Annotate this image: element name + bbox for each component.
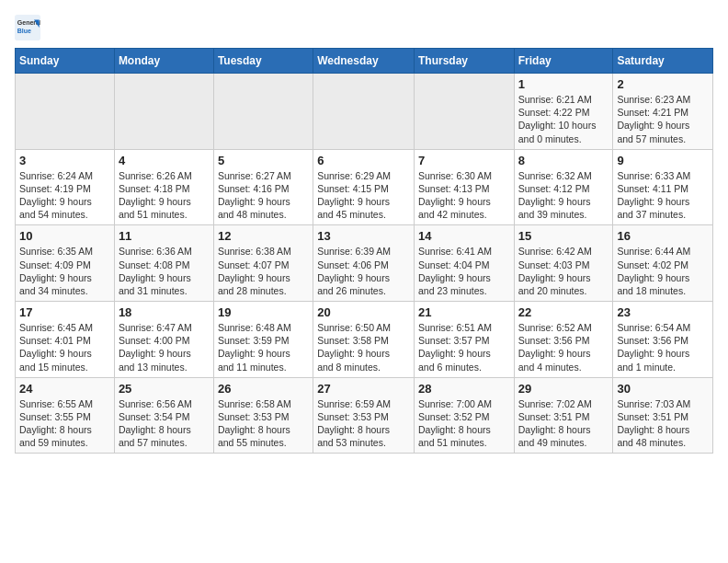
day-info: Sunrise: 6:41 AM Sunset: 4:04 PM Dayligh… [418, 245, 510, 297]
day-info: Sunrise: 6:42 AM Sunset: 4:03 PM Dayligh… [518, 245, 609, 297]
header-thursday: Thursday [414, 49, 514, 74]
day-cell: 9Sunrise: 6:33 AM Sunset: 4:11 PM Daylig… [613, 149, 713, 225]
day-cell: 15Sunrise: 6:42 AM Sunset: 4:03 PM Dayli… [514, 225, 613, 302]
day-cell: 28Sunrise: 7:00 AM Sunset: 3:52 PM Dayli… [414, 377, 514, 454]
day-number: 27 [317, 382, 410, 396]
day-info: Sunrise: 6:33 AM Sunset: 4:11 PM Dayligh… [617, 169, 709, 222]
day-cell [114, 74, 213, 150]
day-info: Sunrise: 6:56 AM Sunset: 3:54 PM Dayligh… [119, 397, 210, 450]
logo-icon: General Blue [15, 15, 40, 40]
day-number: 7 [418, 154, 510, 167]
day-cell: 11Sunrise: 6:36 AM Sunset: 4:08 PM Dayli… [114, 225, 213, 302]
day-number: 12 [218, 229, 309, 243]
header-row: SundayMondayTuesdayWednesdayThursdayFrid… [16, 49, 713, 74]
day-cell: 3Sunrise: 6:24 AM Sunset: 4:19 PM Daylig… [16, 149, 115, 225]
day-info: Sunrise: 7:00 AM Sunset: 3:52 PM Dayligh… [418, 397, 510, 450]
day-cell: 13Sunrise: 6:39 AM Sunset: 4:06 PM Dayli… [313, 225, 415, 302]
day-info: Sunrise: 6:54 AM Sunset: 3:56 PM Dayligh… [617, 321, 709, 373]
week-row-0: 1Sunrise: 6:21 AM Sunset: 4:22 PM Daylig… [16, 74, 713, 150]
day-cell: 17Sunrise: 6:45 AM Sunset: 4:01 PM Dayli… [16, 302, 115, 378]
day-info: Sunrise: 6:52 AM Sunset: 3:56 PM Dayligh… [518, 321, 609, 373]
day-info: Sunrise: 6:26 AM Sunset: 4:18 PM Dayligh… [119, 169, 210, 222]
day-cell: 19Sunrise: 6:48 AM Sunset: 3:59 PM Dayli… [213, 302, 313, 378]
day-number: 11 [119, 229, 210, 243]
day-number: 10 [19, 229, 110, 243]
day-cell: 26Sunrise: 6:58 AM Sunset: 3:53 PM Dayli… [213, 377, 313, 454]
day-cell [414, 74, 514, 150]
day-cell: 16Sunrise: 6:44 AM Sunset: 4:02 PM Dayli… [613, 225, 713, 302]
day-number: 8 [518, 154, 609, 167]
day-cell: 12Sunrise: 6:38 AM Sunset: 4:07 PM Dayli… [213, 225, 313, 302]
page-container: General Blue SundayMondayTuesdayWednesda… [15, 15, 713, 454]
day-info: Sunrise: 6:24 AM Sunset: 4:19 PM Dayligh… [19, 169, 110, 222]
day-cell: 10Sunrise: 6:35 AM Sunset: 4:09 PM Dayli… [16, 225, 115, 302]
day-cell: 20Sunrise: 6:50 AM Sunset: 3:58 PM Dayli… [313, 302, 415, 378]
day-number: 16 [617, 229, 709, 243]
day-info: Sunrise: 6:21 AM Sunset: 4:22 PM Dayligh… [518, 93, 609, 145]
week-row-1: 3Sunrise: 6:24 AM Sunset: 4:19 PM Daylig… [16, 149, 713, 225]
day-cell: 23Sunrise: 6:54 AM Sunset: 3:56 PM Dayli… [613, 302, 713, 378]
header-monday: Monday [114, 49, 213, 74]
day-number: 29 [518, 382, 609, 396]
header-saturday: Saturday [613, 49, 713, 74]
week-row-3: 17Sunrise: 6:45 AM Sunset: 4:01 PM Dayli… [16, 302, 713, 378]
day-cell: 30Sunrise: 7:03 AM Sunset: 3:51 PM Dayli… [613, 377, 713, 454]
day-info: Sunrise: 6:27 AM Sunset: 4:16 PM Dayligh… [218, 169, 309, 222]
day-number: 17 [19, 305, 110, 319]
week-row-2: 10Sunrise: 6:35 AM Sunset: 4:09 PM Dayli… [16, 225, 713, 302]
day-info: Sunrise: 6:44 AM Sunset: 4:02 PM Dayligh… [617, 245, 709, 297]
day-number: 15 [518, 229, 609, 243]
day-info: Sunrise: 6:47 AM Sunset: 4:00 PM Dayligh… [119, 321, 210, 373]
day-info: Sunrise: 6:23 AM Sunset: 4:21 PM Dayligh… [617, 93, 709, 145]
day-cell: 14Sunrise: 6:41 AM Sunset: 4:04 PM Dayli… [414, 225, 514, 302]
day-info: Sunrise: 6:38 AM Sunset: 4:07 PM Dayligh… [218, 245, 309, 297]
day-cell: 18Sunrise: 6:47 AM Sunset: 4:00 PM Dayli… [114, 302, 213, 378]
day-info: Sunrise: 6:30 AM Sunset: 4:13 PM Dayligh… [418, 169, 510, 222]
header-tuesday: Tuesday [213, 49, 313, 74]
calendar-table: SundayMondayTuesdayWednesdayThursdayFrid… [15, 48, 713, 454]
day-number: 25 [119, 382, 210, 396]
calendar-header: SundayMondayTuesdayWednesdayThursdayFrid… [16, 49, 713, 74]
day-number: 4 [119, 154, 210, 167]
day-info: Sunrise: 6:50 AM Sunset: 3:58 PM Dayligh… [317, 321, 410, 373]
day-number: 9 [617, 154, 709, 167]
day-number: 19 [218, 305, 309, 319]
day-info: Sunrise: 6:32 AM Sunset: 4:12 PM Dayligh… [518, 169, 609, 222]
day-cell: 24Sunrise: 6:55 AM Sunset: 3:55 PM Dayli… [16, 377, 115, 454]
day-number: 28 [418, 382, 510, 396]
day-info: Sunrise: 6:48 AM Sunset: 3:59 PM Dayligh… [218, 321, 309, 373]
day-number: 13 [317, 229, 410, 243]
day-number: 21 [418, 305, 510, 319]
logo: General Blue [15, 15, 44, 40]
day-number: 23 [617, 305, 709, 319]
day-info: Sunrise: 6:45 AM Sunset: 4:01 PM Dayligh… [19, 321, 110, 373]
header-sunday: Sunday [16, 49, 115, 74]
day-number: 5 [218, 154, 309, 167]
day-info: Sunrise: 7:03 AM Sunset: 3:51 PM Dayligh… [617, 397, 709, 450]
day-cell [16, 74, 115, 150]
day-number: 14 [418, 229, 510, 243]
day-info: Sunrise: 6:29 AM Sunset: 4:15 PM Dayligh… [317, 169, 410, 222]
day-cell [213, 74, 313, 150]
day-info: Sunrise: 6:55 AM Sunset: 3:55 PM Dayligh… [19, 397, 110, 450]
header-friday: Friday [514, 49, 613, 74]
day-cell: 7Sunrise: 6:30 AM Sunset: 4:13 PM Daylig… [414, 149, 514, 225]
day-number: 3 [19, 154, 110, 167]
day-info: Sunrise: 6:39 AM Sunset: 4:06 PM Dayligh… [317, 245, 410, 297]
day-number: 20 [317, 305, 410, 319]
day-cell: 1Sunrise: 6:21 AM Sunset: 4:22 PM Daylig… [514, 74, 613, 150]
calendar-body: 1Sunrise: 6:21 AM Sunset: 4:22 PM Daylig… [16, 74, 713, 454]
day-cell: 4Sunrise: 6:26 AM Sunset: 4:18 PM Daylig… [114, 149, 213, 225]
svg-text:Blue: Blue [17, 28, 31, 34]
day-cell: 27Sunrise: 6:59 AM Sunset: 3:53 PM Dayli… [313, 377, 415, 454]
day-number: 18 [119, 305, 210, 319]
day-info: Sunrise: 6:36 AM Sunset: 4:08 PM Dayligh… [119, 245, 210, 297]
day-number: 6 [317, 154, 410, 167]
day-cell: 5Sunrise: 6:27 AM Sunset: 4:16 PM Daylig… [213, 149, 313, 225]
day-info: Sunrise: 6:35 AM Sunset: 4:09 PM Dayligh… [19, 245, 110, 297]
day-number: 1 [518, 77, 609, 91]
day-cell: 22Sunrise: 6:52 AM Sunset: 3:56 PM Dayli… [514, 302, 613, 378]
day-cell [313, 74, 415, 150]
day-number: 30 [617, 382, 709, 396]
header-wednesday: Wednesday [313, 49, 415, 74]
